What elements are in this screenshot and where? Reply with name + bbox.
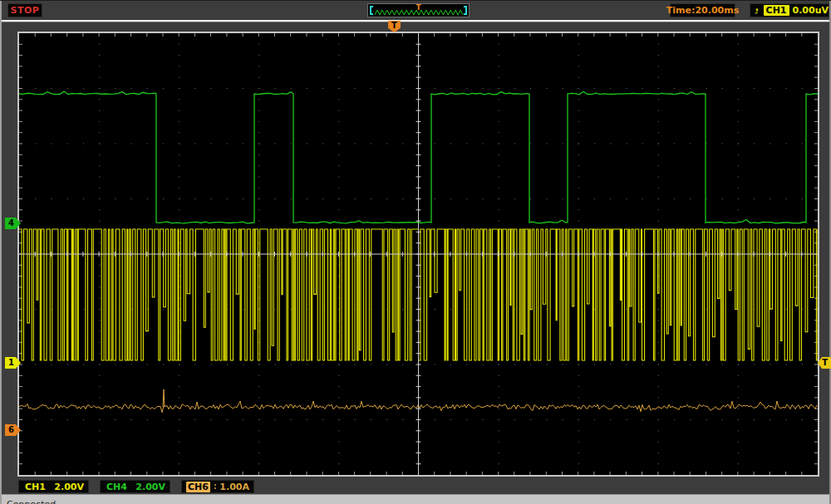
trigger-source-chip: CH1 [764,5,789,16]
ch1-name: CH1 [23,482,47,492]
dc-coupling-icon [214,483,216,490]
timebase-readout[interactable]: Time:20.00ms [670,3,735,17]
toolbar: STOP T Time:20.00ms CH1 0.00uV [0,1,831,20]
trigger-level-marker[interactable]: T [818,357,831,369]
ch4-scale-value: 2.00V [135,482,165,492]
ch6-label-button[interactable]: CH6 1.00A [181,480,254,493]
ch6-scale-value: 1.00A [219,482,249,492]
ch6-name: CH6 [186,482,210,492]
ch4-label-button[interactable]: CH4 2.00V [100,480,170,493]
trigger-readout[interactable]: CH1 0.00uV [750,3,829,17]
ch1-label-button[interactable]: CH1 2.00V [18,480,89,493]
trigger-position-marker[interactable]: T [388,21,401,32]
stop-button[interactable]: STOP [7,3,42,17]
window-frame [0,0,831,1]
trigger-level-value: 0.00uV [793,5,829,16]
preview-waveform-icon [375,9,463,17]
oscilloscope-window: STOP T Time:20.00ms CH1 0.00uV T 4 1 6 T [0,0,831,504]
ch4-name: CH4 [105,482,129,492]
toolbar-separator [0,20,831,23]
status-text: Connected [7,499,831,504]
capture-preview-widget[interactable]: T [367,3,470,17]
waveform-display[interactable] [17,32,819,477]
ch1-scale-value: 2.00V [54,482,84,492]
window-frame [0,0,2,504]
preview-left-bracket-icon [370,6,373,15]
channel-bar: CH1 2.00V CH4 2.00V CH6 1.00A [0,478,831,494]
status-bar: Connected [0,494,831,504]
plot-svg[interactable] [19,33,818,475]
rising-edge-trigger-icon [755,5,760,17]
preview-right-bracket-icon [464,6,467,15]
